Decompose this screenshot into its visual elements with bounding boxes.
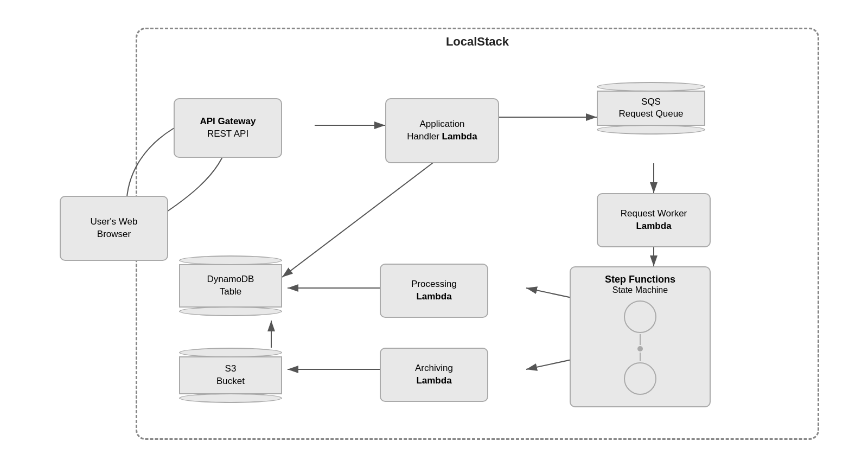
dynamo-line1: DynamoDB	[207, 273, 254, 286]
rw-line1: Request Worker	[621, 208, 687, 220]
sf-line1: Step Functions	[576, 274, 704, 285]
sqs-line2: Request Queue	[618, 108, 683, 120]
request-worker-node: Request Worker Lambda	[597, 193, 711, 247]
api-gateway-node: API Gateway REST API	[174, 98, 282, 158]
dynamodb-cylinder: DynamoDB Table	[179, 255, 282, 316]
sqs-line1: SQS	[641, 96, 661, 108]
browser-line1: User's Web	[90, 216, 137, 228]
s3-line2: Bucket	[216, 375, 245, 388]
arch-line2: Lambda	[416, 375, 451, 387]
proc-line1: Processing	[411, 278, 457, 291]
sqs-cyl-body: SQS Request Queue	[597, 91, 705, 126]
dynamo-line2: Table	[220, 286, 242, 298]
sqs-cylinder: SQS Request Queue	[597, 82, 705, 135]
processing-lambda-node: Processing Lambda	[380, 264, 488, 318]
diagram-container: LocalStack	[27, 11, 841, 456]
s3-cylinder: S3 Bucket	[179, 348, 282, 403]
api-gw-line2: REST API	[207, 128, 248, 140]
s3-cyl-bottom	[179, 393, 282, 403]
browser-line2: Browser	[97, 228, 131, 241]
app-handler-line1: Application	[419, 118, 464, 131]
sf-line2: State Machine	[576, 285, 704, 295]
api-gw-line1: API Gateway	[200, 116, 256, 128]
s3-cyl-body: S3 Bucket	[179, 356, 282, 394]
rw-line2: Lambda	[636, 220, 671, 233]
localstack-label: LocalStack	[441, 35, 514, 49]
dynamo-cyl-body: DynamoDB Table	[179, 264, 282, 308]
archiving-lambda-node: Archiving Lambda	[380, 348, 488, 402]
sqs-cyl-bottom	[597, 125, 705, 135]
app-handler-line2: Handler Lambda	[407, 131, 477, 143]
step-functions-node: Step Functions State Machine	[570, 266, 711, 407]
dynamo-cyl-bottom	[179, 306, 282, 316]
browser-node: User's Web Browser	[60, 196, 168, 261]
arch-line1: Archiving	[415, 362, 453, 375]
proc-line2: Lambda	[416, 291, 451, 303]
s3-line1: S3	[225, 363, 237, 375]
app-handler-node: Application Handler Lambda	[385, 98, 499, 163]
